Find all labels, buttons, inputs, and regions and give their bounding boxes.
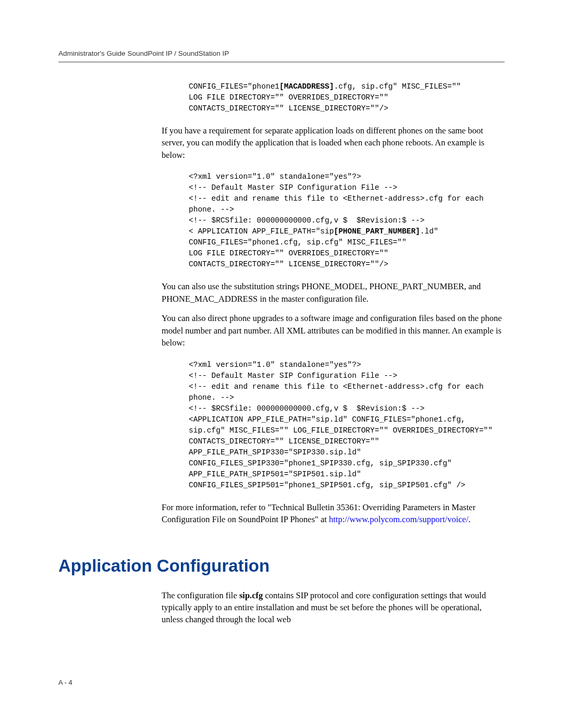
header-title: Administrator's Guide SoundPoint IP / So… [58, 50, 229, 57]
paragraph-5: The configuration file sip.cfg contains … [162, 589, 505, 626]
page-header: Administrator's Guide SoundPoint IP / So… [58, 50, 505, 57]
page-number: A - 4 [58, 678, 72, 686]
paragraph-3: You can also direct phone upgrades to a … [162, 312, 505, 349]
paragraph-1: If you have a requirement for separate a… [162, 125, 505, 161]
paragraph-4: For more information, refer to "Technica… [162, 501, 505, 526]
paragraph-2: You can also use the substitution string… [162, 280, 505, 305]
code-block-2: <?xml version="1.0" standalone="yes"?> <… [189, 171, 505, 270]
code-block-1: CONFIG_FILES="phone1[MACADDRESS].cfg, si… [189, 81, 505, 114]
section-heading: Application Configuration [58, 556, 505, 576]
header-rule [58, 61, 505, 63]
support-link[interactable]: http://www.polycom.com/support/voice/ [329, 514, 468, 524]
code-block-3: <?xml version="1.0" standalone="yes"?> <… [189, 360, 505, 491]
